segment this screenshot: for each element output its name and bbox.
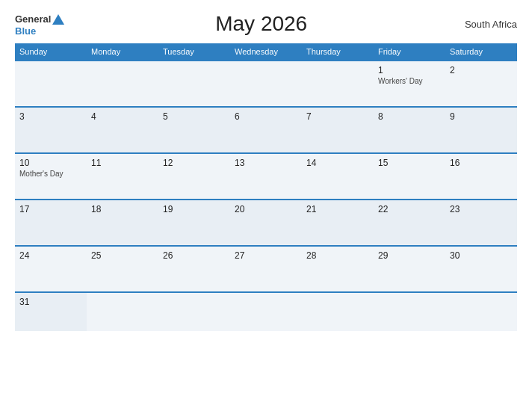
header-tuesday: Tuesday — [158, 43, 230, 61]
day-cell: 4 — [87, 107, 158, 153]
day-number: 29 — [378, 250, 441, 261]
day-cell: 30 — [445, 246, 517, 292]
day-number: 14 — [306, 158, 369, 168]
day-number: 25 — [91, 250, 154, 261]
day-cell: 7 — [302, 107, 374, 153]
day-cell: 24 — [15, 246, 87, 292]
day-cell: 10Mother's Day — [15, 153, 87, 200]
calendar-page: General Blue May 2026 South Africa Sunda… — [0, 0, 532, 411]
day-cell: 31 — [15, 292, 87, 331]
day-cell: 15 — [374, 153, 445, 200]
calendar-table: Sunday Monday Tuesday Wednesday Thursday… — [15, 43, 517, 331]
day-cell: 12 — [158, 153, 230, 200]
day-number: 15 — [378, 158, 441, 168]
day-cell: 28 — [302, 246, 374, 292]
logo: General Blue — [15, 13, 65, 36]
day-number: 24 — [19, 250, 82, 261]
header-monday: Monday — [87, 43, 158, 61]
day-cell: 27 — [230, 246, 302, 292]
header: General Blue May 2026 South Africa — [15, 12, 517, 36]
day-number: 2 — [450, 65, 513, 75]
day-cell: 16 — [445, 153, 517, 200]
week-row-5: 24252627282930 — [15, 246, 517, 292]
day-number: 21 — [306, 204, 369, 214]
day-number: 10 — [19, 158, 82, 168]
day-cell: 9 — [445, 107, 517, 153]
day-cell — [15, 61, 87, 107]
day-cell: 3 — [15, 107, 87, 153]
day-cell: 25 — [87, 246, 158, 292]
day-cell: 23 — [445, 200, 517, 246]
day-number: 8 — [378, 111, 441, 122]
week-row-3: 10Mother's Day111213141516 — [15, 153, 517, 200]
day-cell: 6 — [230, 107, 302, 153]
day-cell: 17 — [15, 200, 87, 246]
days-header-row: Sunday Monday Tuesday Wednesday Thursday… — [15, 43, 517, 61]
day-number: 9 — [450, 111, 513, 122]
day-number: 28 — [306, 250, 369, 261]
holiday-label: Workers' Day — [378, 77, 441, 85]
day-number: 3 — [19, 111, 82, 122]
logo-general-text: General — [15, 14, 51, 24]
day-number: 16 — [450, 158, 513, 168]
day-cell: 21 — [302, 200, 374, 246]
day-number: 6 — [235, 111, 297, 122]
day-cell: 22 — [374, 200, 445, 246]
calendar-title: May 2026 — [65, 12, 457, 36]
day-number: 23 — [450, 204, 513, 214]
day-number: 26 — [163, 250, 226, 261]
day-cell — [230, 292, 302, 331]
week-row-6: 31 — [15, 292, 517, 331]
day-cell — [87, 292, 158, 331]
day-cell — [445, 292, 517, 331]
day-cell: 19 — [158, 200, 230, 246]
day-number: 4 — [91, 111, 154, 122]
day-number: 1 — [378, 65, 441, 75]
day-cell — [302, 292, 374, 331]
day-cell — [87, 61, 158, 107]
day-number: 17 — [19, 204, 82, 214]
day-number: 13 — [235, 158, 297, 168]
day-number: 20 — [235, 204, 297, 214]
day-number: 5 — [163, 111, 226, 122]
header-thursday: Thursday — [302, 43, 374, 61]
day-number: 27 — [235, 250, 297, 261]
week-row-1: 1Workers' Day2 — [15, 61, 517, 107]
day-cell: 13 — [230, 153, 302, 200]
header-saturday: Saturday — [445, 43, 517, 61]
day-cell: 26 — [158, 246, 230, 292]
day-cell: 2 — [445, 61, 517, 107]
day-cell: 5 — [158, 107, 230, 153]
week-row-2: 3456789 — [15, 107, 517, 153]
country-label: South Africa — [457, 19, 517, 30]
day-cell: 14 — [302, 153, 374, 200]
day-number: 11 — [91, 158, 154, 168]
day-cell — [158, 61, 230, 107]
day-number: 22 — [378, 204, 441, 214]
day-cell — [158, 292, 230, 331]
day-cell: 29 — [374, 246, 445, 292]
day-number: 7 — [306, 111, 369, 122]
svg-marker-0 — [52, 14, 64, 25]
logo-icon — [52, 13, 65, 26]
holiday-label: Mother's Day — [19, 170, 82, 178]
day-cell: 18 — [87, 200, 158, 246]
day-cell: 11 — [87, 153, 158, 200]
day-cell: 1Workers' Day — [374, 61, 445, 107]
header-wednesday: Wednesday — [230, 43, 302, 61]
logo-blue-text: Blue — [15, 26, 36, 36]
day-cell: 20 — [230, 200, 302, 246]
day-number: 31 — [19, 297, 82, 307]
day-cell — [374, 292, 445, 331]
day-number: 19 — [163, 204, 226, 214]
day-number: 12 — [163, 158, 226, 168]
day-cell — [230, 61, 302, 107]
header-friday: Friday — [374, 43, 445, 61]
day-number: 30 — [450, 250, 513, 261]
header-sunday: Sunday — [15, 43, 87, 61]
day-cell: 8 — [374, 107, 445, 153]
week-row-4: 17181920212223 — [15, 200, 517, 246]
day-cell — [302, 61, 374, 107]
day-number: 18 — [91, 204, 154, 214]
